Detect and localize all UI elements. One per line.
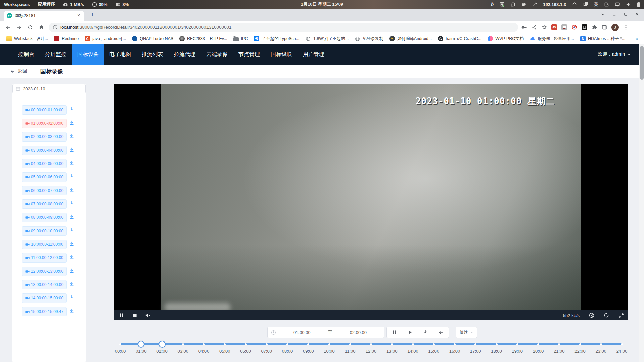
download-recording-button[interactable]	[69, 160, 76, 167]
nav-item-node-manage[interactable]: 节点管理	[233, 44, 265, 65]
color-picker-tray-icon[interactable]	[532, 2, 537, 7]
recording-chip[interactable]: 09:00:00-10:00:00	[22, 226, 67, 236]
device-link-tray-icon[interactable]	[604, 2, 609, 7]
end-time-value[interactable]: 02:00:00	[332, 330, 384, 335]
nav-item-e-map[interactable]: 电子地图	[104, 44, 136, 65]
timeline-slider[interactable]	[120, 342, 622, 347]
video-player[interactable]: 2023-01-10 01:00:00 星期二 552 kb/s	[114, 84, 628, 320]
recording-chip[interactable]: 07:00:00-08:00:00	[22, 199, 67, 209]
download-recording-button[interactable]	[69, 107, 76, 113]
nav-item-split-screen[interactable]: 分屏监控	[40, 44, 72, 65]
download-recording-button[interactable]	[69, 147, 76, 154]
recording-chip[interactable]: 06:00:00-07:00:00	[22, 186, 67, 195]
recording-chip[interactable]: 12:00:00-13:00:00	[22, 267, 67, 276]
snapshot-shutter-icon[interactable]	[589, 313, 594, 318]
bookmark-star-icon[interactable]	[541, 24, 547, 30]
site-info-icon[interactable]	[53, 25, 58, 30]
download-recording-button[interactable]	[69, 268, 76, 275]
tab-close-icon[interactable]	[76, 13, 81, 18]
window-minimize-button[interactable]	[610, 10, 618, 18]
clipboard-tray-icon[interactable]	[510, 2, 515, 7]
nav-item-pull-proxy[interactable]: 拉流代理	[169, 44, 201, 65]
recording-chip[interactable]: 11:00:00-12:00:00	[22, 253, 67, 263]
play-button[interactable]	[402, 327, 417, 338]
download-recording-button[interactable]	[69, 295, 76, 301]
bookmark-android[interactable]: 如何编译Android...	[386, 35, 435, 43]
download-recording-button[interactable]	[69, 201, 76, 207]
nav-item-gb-devices[interactable]: 国标设备	[72, 44, 104, 65]
download-recording-button[interactable]	[69, 281, 76, 288]
volume-tray-icon[interactable]	[626, 2, 631, 7]
download-recording-button[interactable]	[69, 120, 76, 127]
recording-chip[interactable]: 04:00:00-05:00:00	[22, 159, 67, 168]
window-close-button[interactable]	[633, 10, 641, 18]
download-recording-button[interactable]	[69, 228, 76, 234]
dictionary-extension-icon[interactable]	[561, 24, 567, 30]
browser-tab[interactable]: 国标28181	[4, 11, 84, 21]
download-recording-button[interactable]	[69, 241, 76, 248]
tray-icon-b[interactable]: b	[491, 2, 494, 7]
recording-chip[interactable]: 14:00:00-15:00:00	[22, 293, 67, 303]
workspaces-tray-icon[interactable]	[583, 2, 588, 7]
player-stop-icon[interactable]	[132, 313, 137, 318]
player-mute-icon[interactable]	[145, 313, 151, 318]
blocker-extension-icon[interactable]	[571, 24, 577, 30]
input-method-indicator[interactable]: 英	[594, 1, 598, 7]
caffeine-tray-icon[interactable]	[521, 2, 526, 7]
password-key-icon[interactable]	[521, 24, 527, 30]
ip-address[interactable]: 192.168.1.3	[543, 2, 566, 7]
speed-dropdown[interactable]: 倍速	[456, 327, 477, 338]
side-panel-icon[interactable]	[602, 25, 607, 30]
nav-item-console[interactable]: 控制台	[13, 44, 40, 65]
bookmark-qnap[interactable]: QNAP Turbo NAS	[129, 35, 176, 42]
share-icon[interactable]	[532, 25, 537, 30]
bookmark-cloud[interactable]: 服务器 - 轻量应用...	[527, 35, 577, 43]
bookmark-rfc[interactable]: RFC2833 – RTP Ev...	[176, 35, 230, 42]
applications-button[interactable]: 应用程序	[38, 1, 55, 7]
time-range-input[interactable]: 01:00:00 至 02:00:00	[267, 327, 384, 338]
recording-chip[interactable]: 13:00:00-14:00:00	[22, 280, 67, 289]
battery-tray-icon[interactable]	[637, 2, 641, 7]
bookmark-n[interactable]: NHDAtmos :: 种子 *...	[577, 35, 628, 43]
browser-menu-icon[interactable]	[623, 25, 629, 30]
profile-avatar[interactable]: J	[611, 24, 619, 31]
recording-chip[interactable]: 15:00:00-15:09:47	[22, 307, 67, 316]
recording-chip[interactable]: 01:00:00-02:00:00	[22, 119, 67, 128]
bookmark-github[interactable]: hairrrrr/C-CrashC...	[435, 35, 485, 42]
bookmark-redmine[interactable]: Redmine	[51, 35, 82, 42]
timeline-handle[interactable]	[159, 341, 166, 348]
display-tray-icon[interactable]	[615, 2, 620, 7]
home-icon[interactable]	[38, 24, 44, 30]
download-recording-button[interactable]	[69, 133, 76, 140]
extensions-puzzle-icon[interactable]	[592, 24, 597, 30]
bookmark-zhihu[interactable]: 知了不起的 TypeScri...	[251, 35, 303, 43]
nav-item-user-manage[interactable]: 用户管理	[297, 44, 330, 65]
bookmark-wvp[interactable]: WVP-PRO文档	[485, 35, 527, 43]
home-tray-icon[interactable]	[572, 2, 577, 7]
recording-chip[interactable]: 10:00:00-11:00:00	[22, 240, 67, 249]
recording-chip[interactable]: 03:00:00-04:00:00	[22, 146, 67, 155]
screenshot-extension-icon[interactable]	[582, 24, 587, 30]
recording-chip[interactable]: 08:00:00-09:00:00	[22, 213, 67, 222]
recording-chip[interactable]: 00:00:00-01:00:00	[22, 105, 67, 115]
back-button[interactable]: 返回	[10, 68, 27, 74]
nav-item-gb-cascade[interactable]: 国标级联	[265, 44, 297, 65]
new-tab-button[interactable]	[88, 11, 97, 19]
download-recording-button[interactable]	[69, 308, 76, 315]
download-recording-button[interactable]	[69, 174, 76, 180]
download-recording-button[interactable]	[69, 187, 76, 194]
download-recording-button[interactable]	[69, 214, 76, 221]
address-bar[interactable]: localhost:38080/#/gbRecordDetail/3402000…	[49, 23, 518, 32]
back-icon[interactable]	[5, 24, 11, 30]
scrollbar-thumb[interactable]	[640, 46, 644, 80]
reload-icon[interactable]	[27, 24, 33, 30]
forward-icon[interactable]	[16, 24, 22, 30]
start-time-value[interactable]: 01:00:00	[276, 330, 328, 335]
recording-chip[interactable]: 05:00:00-06:00:00	[22, 172, 67, 182]
bookmarks-overflow-icon[interactable]	[635, 36, 638, 41]
tab-search-icon[interactable]	[599, 10, 606, 18]
timeline-handle[interactable]	[138, 341, 144, 348]
player-refresh-icon[interactable]	[604, 313, 609, 318]
bookmark-webstack[interactable]: Webstack - 设计...	[3, 35, 51, 43]
download-recording-button[interactable]	[69, 254, 76, 261]
